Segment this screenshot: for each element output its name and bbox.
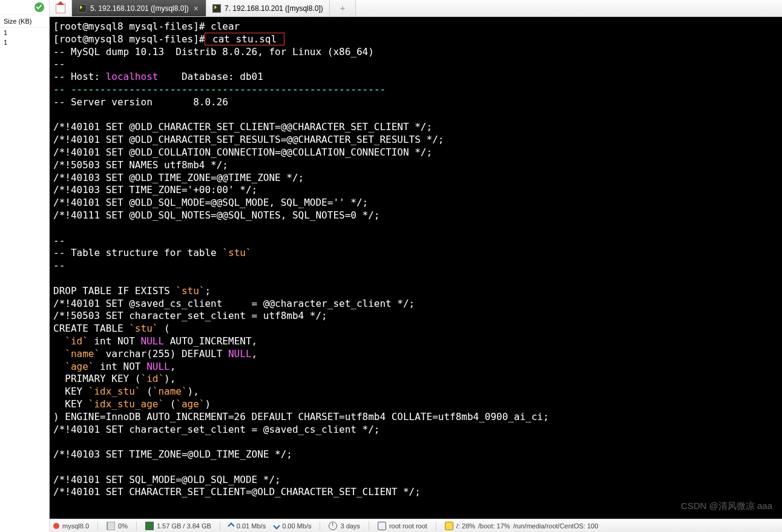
output-line: -- MySQL dump 10.13 Distrib 8.0.26, for … <box>53 46 374 57</box>
sb-net-up: 0.01 Mb/s <box>229 522 266 530</box>
output-line: -- <box>53 58 65 70</box>
status-ok-row <box>0 0 49 15</box>
tab-home[interactable] <box>50 0 72 16</box>
tab-bar: 5. 192.168.10.201 ([mysql8.0]) × 7. 192.… <box>50 0 782 17</box>
sb-net-dn: 0.00 Mb/s <box>274 522 311 530</box>
watermark: CSDN @清风微凉 aaa <box>681 500 772 512</box>
output-line: -- <box>53 260 65 271</box>
output-line: /*!40103 SET TIME_ZONE='+00:00' */; <box>53 184 257 195</box>
output-line: -- Host: <box>53 71 106 82</box>
tab-session-7[interactable]: 7. 192.168.10.201 ([mysql8.0]) <box>206 0 330 16</box>
sb-user: root root root <box>378 522 427 530</box>
sb-uptime: 3 days <box>329 522 360 530</box>
output-line: /*!40101 SET @OLD_CHARACTER_SET_CLIENT=@… <box>53 121 432 133</box>
sb-netdn-value: 0.00 Mb/s <box>282 522 311 530</box>
output-line: /*!40101 SET SQL_MODE=@OLD_SQL_MODE */; <box>53 474 281 485</box>
separator-line: -- -------------------------------------… <box>53 84 386 95</box>
output-line: -- Table structure for table <box>53 247 222 258</box>
sb-netup-value: 0.01 Mb/s <box>237 522 266 530</box>
size-row[interactable]: 1 <box>0 38 49 47</box>
prompt: [root@mysql8 mysql-files]# <box>53 33 205 45</box>
hostname: localhost <box>106 71 159 82</box>
prompt: [root@mysql8 mysql-files]# <box>53 21 205 32</box>
separator <box>436 522 436 530</box>
download-icon <box>273 522 280 529</box>
size-row[interactable]: 1 <box>0 28 49 38</box>
sb-host: mysql8.0 <box>53 522 89 530</box>
sb-host-label: mysql8.0 <box>62 522 89 530</box>
sb-ram-value: 1.57 GB / 3.84 GB <box>157 522 211 530</box>
output-line: /*!40103 SET @OLD_TIME_ZONE=@@TIME_ZONE … <box>53 172 304 183</box>
separator <box>136 522 137 530</box>
sb-cpu: 0% <box>107 522 128 530</box>
output-line: -- <box>53 235 65 246</box>
size-column-header[interactable]: Size (KB) <box>0 15 49 28</box>
status-dot-icon <box>53 523 59 529</box>
sb-disk1: /: 28% <box>456 522 475 530</box>
terminal-icon <box>212 4 221 13</box>
output-line: DROP TABLE IF EXISTS <box>53 285 176 297</box>
separator <box>220 522 220 530</box>
output-line: /*!40101 SET @saved_cs_client = @@charac… <box>53 298 415 309</box>
separator <box>97 522 98 530</box>
sb-disk3: /run/media/root/CentOS: 100 <box>513 522 599 530</box>
output-line: /*!40101 SET @OLD_COLLATION_CONNECTION=@… <box>53 146 432 158</box>
user-icon <box>378 522 386 530</box>
output-line: /*!50503 SET character_set_client = utf8… <box>53 310 327 321</box>
status-bar: mysql8.0 0% 1.57 GB / 3.84 GB 0.01 Mb/s … <box>50 519 782 532</box>
table-name: `stu` <box>222 247 251 258</box>
separator <box>320 522 320 530</box>
output-line: CREATE TABLE <box>53 323 129 334</box>
output-line: /*!40101 SET @OLD_CHARACTER_SET_RESULTS=… <box>53 134 444 145</box>
output-line: /*!40101 SET @OLD_SQL_MODE=@@SQL_MODE, S… <box>53 197 368 208</box>
output-line: ) ENGINE=InnoDB AUTO_INCREMENT=26 DEFAUL… <box>53 411 549 422</box>
clock-icon <box>329 522 337 530</box>
cpu-icon <box>107 522 115 530</box>
output-line: /*!40101 SET CHARACTER_SET_CLIENT=@OLD_C… <box>53 486 421 498</box>
sb-disk2: /boot: 17% <box>478 522 510 530</box>
highlighted-command: cat stu.sql <box>205 33 284 45</box>
tab-new[interactable]: ＋ <box>330 0 356 16</box>
output-line: /*!40111 SET @OLD_SQL_NOTES=@@SQL_NOTES,… <box>53 209 380 221</box>
sb-ram: 1.57 GB / 3.84 GB <box>145 522 211 530</box>
tab-label: 7. 192.168.10.201 ([mysql8.0]) <box>225 4 323 13</box>
output-line: /*!50503 SET NAMES utf8mb4 */; <box>53 159 228 171</box>
command: clear <box>205 21 240 32</box>
plus-icon: ＋ <box>338 3 347 14</box>
terminal[interactable]: [root@mysql8 mysql-files]# clear [root@m… <box>50 17 782 519</box>
separator <box>369 522 369 530</box>
left-panel: Size (KB) 1 1 <box>0 0 50 532</box>
check-icon <box>34 2 44 12</box>
output-line: /*!40101 SET character_set_client = @sav… <box>53 424 380 435</box>
ram-icon <box>145 522 154 530</box>
sb-uptime-value: 3 days <box>340 522 360 530</box>
key-icon <box>445 522 453 530</box>
tab-session-5[interactable]: 5. 192.168.10.201 ([mysql8.0]) × <box>72 0 206 16</box>
sb-disk: /: 28% /boot: 17% /run/media/root/CentOS… <box>445 522 598 530</box>
output-line: /*!40103 SET TIME_ZONE=@OLD_TIME_ZONE */… <box>53 448 292 460</box>
upload-icon <box>228 522 234 529</box>
terminal-icon <box>78 4 87 13</box>
tab-label: 5. 192.168.10.201 ([mysql8.0]) <box>90 4 189 13</box>
output-line: -- Server version 8.0.26 <box>53 96 228 108</box>
home-icon <box>56 4 65 13</box>
sb-cpu-value: 0% <box>118 522 128 530</box>
close-icon[interactable]: × <box>192 4 200 13</box>
sb-user-value: root root root <box>389 522 427 530</box>
